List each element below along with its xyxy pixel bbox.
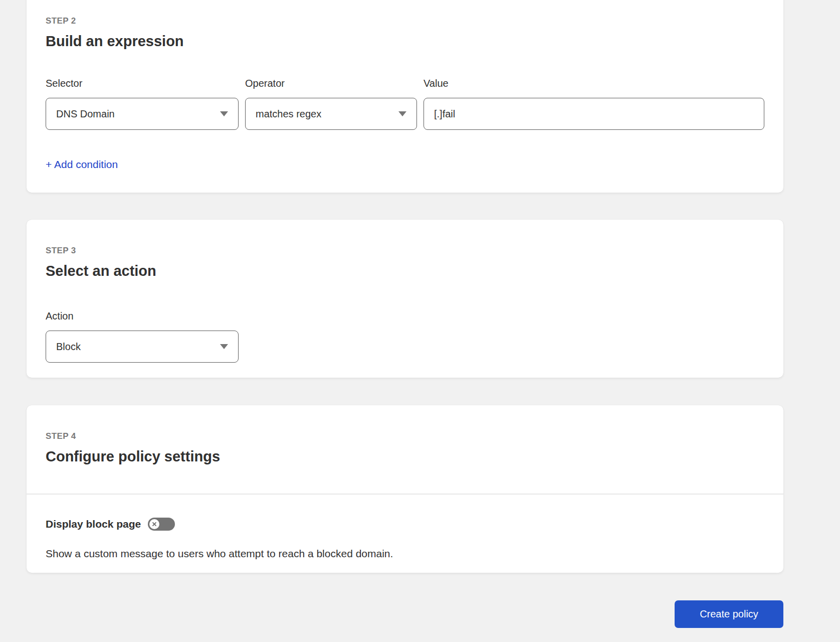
value-field-group: Value bbox=[424, 78, 764, 130]
chevron-down-icon bbox=[220, 111, 228, 116]
operator-select[interactable]: matches regex bbox=[245, 98, 417, 130]
step3-eyebrow: STEP 3 bbox=[46, 246, 764, 256]
step4-eyebrow: STEP 4 bbox=[46, 431, 764, 441]
step2-eyebrow: STEP 2 bbox=[46, 16, 764, 26]
selector-field-group: Selector DNS Domain bbox=[46, 78, 239, 130]
value-input-wrapper bbox=[424, 98, 764, 130]
action-select[interactable]: Block bbox=[46, 331, 239, 363]
display-block-page-label: Display block page bbox=[46, 518, 141, 530]
step3-card: STEP 3 Select an action Action Block bbox=[27, 220, 783, 378]
display-block-page-description: Show a custom message to users who attem… bbox=[46, 548, 764, 560]
step2-title: Build an expression bbox=[46, 33, 764, 50]
action-select-value: Block bbox=[56, 341, 214, 353]
toggle-off-x-icon bbox=[149, 519, 159, 529]
display-block-page-row: Display block page bbox=[46, 518, 764, 531]
chevron-down-icon bbox=[220, 344, 228, 349]
operator-field-group: Operator matches regex bbox=[245, 78, 417, 130]
value-label: Value bbox=[424, 78, 764, 89]
value-input[interactable] bbox=[434, 108, 754, 120]
step4-body: Display block page Show a custom message… bbox=[27, 495, 783, 560]
selector-select-value: DNS Domain bbox=[56, 108, 214, 120]
action-label: Action bbox=[46, 310, 764, 322]
expression-fields-row: Selector DNS Domain Operator matches reg… bbox=[46, 78, 764, 130]
selector-select[interactable]: DNS Domain bbox=[46, 98, 239, 130]
chevron-down-icon bbox=[398, 111, 406, 116]
create-policy-button[interactable]: Create policy bbox=[675, 600, 783, 628]
display-block-page-toggle[interactable] bbox=[148, 518, 175, 531]
step4-title: Configure policy settings bbox=[46, 448, 764, 465]
selector-label: Selector bbox=[46, 78, 239, 89]
operator-label: Operator bbox=[245, 78, 417, 89]
step3-title: Select an action bbox=[46, 263, 764, 279]
step4-header: STEP 4 Configure policy settings bbox=[27, 405, 783, 465]
add-condition-link[interactable]: + Add condition bbox=[46, 158, 118, 171]
operator-select-value: matches regex bbox=[256, 108, 392, 120]
step2-card: STEP 2 Build an expression Selector DNS … bbox=[27, 0, 783, 193]
step4-card: STEP 4 Configure policy settings Display… bbox=[27, 405, 783, 573]
